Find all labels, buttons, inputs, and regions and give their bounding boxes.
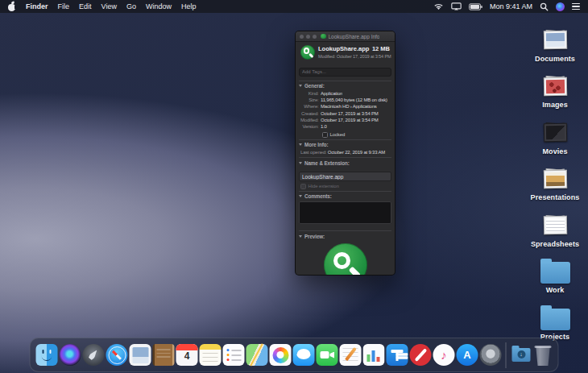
dock-safari-icon[interactable] bbox=[106, 344, 128, 366]
disclosure-triangle-icon[interactable] bbox=[299, 195, 302, 197]
menu-bar-clock[interactable]: Mon 9:41 AM bbox=[490, 2, 532, 10]
add-tags-input[interactable] bbox=[299, 68, 391, 77]
images-stack-icon bbox=[540, 74, 570, 98]
section-comments[interactable]: Comments: bbox=[299, 193, 391, 199]
desktop-item-images[interactable]: Images bbox=[528, 63, 582, 110]
desktop-item-movies[interactable]: Movies bbox=[528, 109, 582, 155]
display-airplay-icon[interactable] bbox=[451, 2, 462, 10]
desktop-item-documents[interactable]: Documents bbox=[528, 16, 582, 63]
spreadsheets-stack-icon bbox=[540, 213, 570, 238]
notification-center-icon[interactable] bbox=[572, 3, 580, 10]
desktop-label: Spreadsheets bbox=[531, 240, 579, 248]
disclosure-triangle-icon[interactable] bbox=[299, 85, 302, 87]
divider bbox=[299, 139, 391, 140]
desktop-label: Presentations bbox=[531, 193, 580, 201]
dock-itunes-icon[interactable] bbox=[433, 344, 455, 366]
locked-label: Locked bbox=[330, 132, 346, 137]
dock-preview-icon[interactable] bbox=[130, 344, 151, 366]
disclosure-triangle-icon[interactable] bbox=[299, 235, 302, 238]
dock-facetime-icon[interactable] bbox=[317, 344, 338, 366]
preview-magnifier-icon bbox=[324, 243, 367, 276]
menu-window[interactable]: Window bbox=[146, 2, 172, 10]
dock-messages-icon[interactable] bbox=[293, 344, 315, 366]
menu-bar: Finder File Edit View Go Window Help Mon… bbox=[0, 0, 588, 13]
dock-maps-icon[interactable] bbox=[246, 344, 268, 366]
menu-file[interactable]: File bbox=[58, 2, 70, 10]
disclosure-triangle-icon[interactable] bbox=[299, 162, 302, 164]
modified-line: Modified: October 17, 2019 at 3:54 PM bbox=[318, 54, 390, 59]
battery-icon[interactable] bbox=[469, 3, 482, 10]
desktop-item-presentations[interactable]: Presentations bbox=[528, 155, 582, 202]
dock-photos-icon[interactable] bbox=[270, 344, 292, 366]
app-size: 12 MB bbox=[372, 45, 390, 52]
locked-checkbox[interactable] bbox=[322, 132, 328, 138]
dock-separator bbox=[506, 342, 507, 368]
dock-reminders-icon[interactable] bbox=[223, 344, 245, 366]
apple-menu-icon[interactable] bbox=[8, 2, 15, 11]
dock-trash-icon[interactable] bbox=[534, 344, 553, 366]
dock-launchpad-icon[interactable] bbox=[83, 344, 105, 366]
work-folder-icon bbox=[540, 262, 570, 284]
general-row-version: Version:1.0 bbox=[299, 123, 391, 130]
minimize-button[interactable] bbox=[306, 35, 310, 39]
filename-input[interactable] bbox=[299, 172, 391, 181]
menu-view[interactable]: View bbox=[101, 2, 117, 10]
divider bbox=[299, 230, 391, 231]
dock-downloads-folder-icon[interactable] bbox=[511, 344, 532, 366]
divider bbox=[299, 191, 391, 192]
hide-extension-label: Hide extension bbox=[308, 184, 339, 189]
menu-help[interactable]: Help bbox=[181, 2, 197, 10]
spotlight-search-icon[interactable] bbox=[540, 2, 549, 11]
desktop: Finder File Edit View Go Window Help Mon… bbox=[0, 0, 588, 373]
dock-calendar-icon[interactable]: 4 bbox=[176, 344, 198, 366]
dock-notes-icon[interactable] bbox=[200, 344, 222, 366]
dock-siri-icon[interactable] bbox=[60, 344, 81, 366]
dock-finder-icon[interactable] bbox=[36, 344, 58, 366]
divider bbox=[299, 157, 391, 158]
hide-extension-row: Hide extension bbox=[300, 184, 391, 189]
dock-contacts-icon[interactable] bbox=[153, 344, 175, 366]
general-row-size: Size:11,965,040 bytes (12 MB on disk) bbox=[299, 97, 391, 103]
presentations-stack-icon bbox=[540, 167, 570, 191]
locked-row: Locked bbox=[322, 132, 391, 138]
disclosure-triangle-icon[interactable] bbox=[299, 143, 302, 146]
hide-extension-checkbox[interactable] bbox=[300, 184, 306, 189]
desktop-item-spreadsheets[interactable]: Spreadsheets bbox=[528, 201, 582, 248]
desktop-item-work[interactable]: Work bbox=[528, 248, 582, 295]
window-titlebar[interactable]: LookupShare.app Info bbox=[296, 31, 395, 42]
section-name-extension[interactable]: Name & Extension: bbox=[299, 160, 391, 166]
last-opened-line: Last opened: October 22, 2019 at 9:33 AM bbox=[300, 149, 391, 155]
dock-app-store-icon[interactable] bbox=[457, 344, 478, 366]
dock-news-icon[interactable] bbox=[410, 344, 432, 366]
projects-folder-icon bbox=[540, 309, 570, 330]
dock-keynote-icon[interactable] bbox=[387, 344, 408, 366]
movies-stack-icon bbox=[540, 121, 570, 145]
close-button[interactable] bbox=[300, 35, 304, 39]
general-row-where: Where:Macintosh HD › Applications bbox=[299, 103, 391, 110]
window-title: LookupShare.app Info bbox=[329, 34, 380, 39]
desktop-item-projects[interactable]: Projects bbox=[528, 294, 582, 341]
general-row-kind: Kind:Application bbox=[299, 90, 391, 97]
menu-edit[interactable]: Edit bbox=[79, 2, 92, 10]
dock-numbers-icon[interactable] bbox=[363, 344, 385, 366]
wifi-icon[interactable] bbox=[433, 2, 444, 10]
dock-system-preferences-icon[interactable] bbox=[480, 344, 502, 366]
calendar-day: 4 bbox=[176, 351, 198, 361]
app-name: LookupShare.app bbox=[318, 45, 369, 52]
desktop-label: Documents bbox=[535, 55, 575, 63]
siri-icon[interactable] bbox=[556, 2, 565, 11]
dock-pages-icon[interactable] bbox=[340, 344, 362, 366]
zoom-button[interactable] bbox=[313, 35, 317, 39]
get-info-window: LookupShare.app Info LookupShare.app 12 … bbox=[295, 31, 395, 276]
menu-app-finder[interactable]: Finder bbox=[26, 2, 48, 10]
general-row-modified: Modified:October 17, 2019 at 3:54 PM bbox=[299, 117, 391, 123]
desktop-icon-column: Documents Images Movies Presentations Sp… bbox=[528, 16, 582, 341]
comments-textarea[interactable] bbox=[299, 201, 391, 224]
menu-go[interactable]: Go bbox=[126, 2, 136, 10]
preview-area bbox=[299, 241, 391, 276]
divider bbox=[299, 81, 391, 81]
section-preview[interactable]: Preview: bbox=[299, 234, 391, 239]
section-general[interactable]: General: bbox=[299, 83, 391, 89]
desktop-label: Movies bbox=[542, 147, 567, 155]
section-more-info[interactable]: More Info: bbox=[299, 142, 391, 147]
